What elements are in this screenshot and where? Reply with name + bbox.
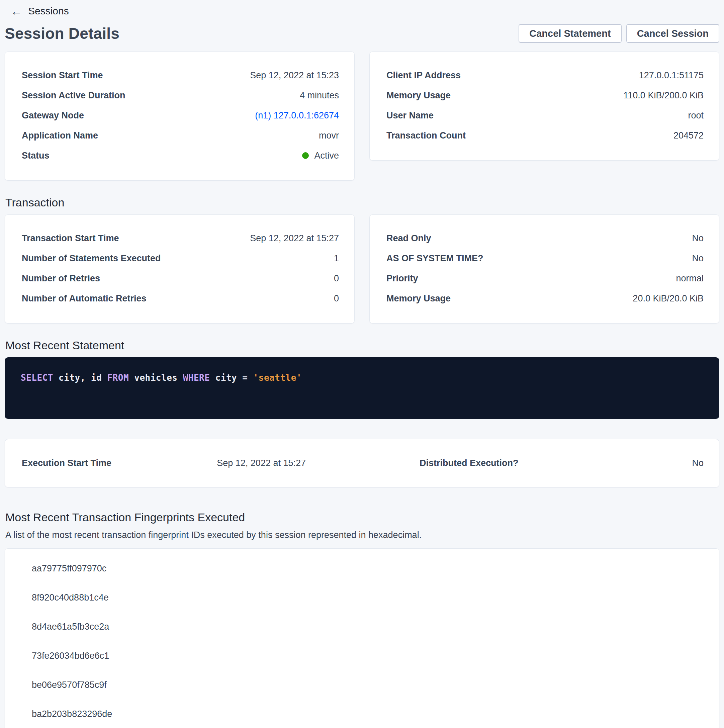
info-label: Session Active Duration [22,90,126,101]
info-row: Number of Statements Executed1 [22,248,339,268]
info-label: AS OF SYSTEM TIME? [386,253,484,264]
info-label: User Name [386,110,433,121]
info-label: Transaction Start Time [22,233,119,243]
info-row: Memory Usage110.0 KiB/200.0 KiB [386,85,704,106]
info-label: Client IP Address [386,70,461,81]
fingerprints-section-heading: Most Recent Transaction Fingerprints Exe… [5,511,719,524]
back-link-sessions[interactable]: Sessions [28,5,69,17]
sql-keyword: FROM [107,373,129,383]
fingerprint-list-item: aa79775ff097970c [5,554,719,583]
info-row: Number of Automatic Retries0 [22,288,339,309]
session-details-page: ← Sessions Session Details Cancel Statem… [0,0,724,728]
distributed-execution-label: Distributed Execution? [419,458,519,468]
execution-start-time-value: Sep 12, 2022 at 15:27 [217,458,306,468]
info-row: AS OF SYSTEM TIME?No [386,248,704,268]
info-row: Session Start TimeSep 12, 2022 at 15:23 [22,65,339,85]
fingerprint-list-item: 73fe26034bd6e6c1 [5,641,719,670]
info-label: Number of Automatic Retries [22,294,147,304]
info-value: No [692,253,704,264]
info-value: 20.0 KiB/20.0 KiB [633,294,704,304]
status-active-dot-icon [302,152,309,159]
info-value: 127.0.0.1:51175 [639,70,704,81]
sql-text: city, id [53,373,107,383]
transaction-section-heading: Transaction [5,196,719,209]
info-value: normal [676,273,704,284]
info-value: Sep 12, 2022 at 15:27 [250,233,339,243]
fingerprints-section-subtitle: A list of the most recent transaction fi… [5,530,719,540]
info-row: Transaction Count204572 [386,125,704,145]
fingerprint-list-item: be06e9570f785c9f [5,670,719,700]
info-row: StatusActive [22,145,339,165]
fingerprint-list-item: 8f920c40d88b1c4e [5,583,719,612]
session-summary-card-right: Client IP Address127.0.0.1:51175Memory U… [369,52,719,161]
info-label: Gateway Node [22,110,84,121]
fingerprint-list-item: ba2b203b823296de [5,700,719,728]
cancel-session-button[interactable]: Cancel Session [626,24,719,43]
info-row: Number of Retries0 [22,268,339,288]
info-row: Session Active Duration4 minutes [22,85,339,106]
distributed-execution-row: Distributed Execution? No [363,458,704,468]
info-label: Status [22,151,49,161]
statement-section-heading: Most Recent Statement [5,339,719,352]
info-row: Client IP Address127.0.0.1:51175 [386,65,704,85]
sql-keyword: WHERE [183,373,210,383]
fingerprint-list-item: 8d4ae61a5fb3ce2a [5,612,719,641]
info-label: Transaction Count [386,130,466,141]
sql-text: vehicles [129,373,183,383]
page-header: Session Details Cancel Statement Cancel … [5,24,719,43]
info-label: Session Start Time [22,70,103,81]
header-actions: Cancel Statement Cancel Session [519,24,719,43]
info-row: Application Namemovr [22,125,339,145]
back-arrow-icon[interactable]: ← [11,5,22,17]
transaction-cards: Transaction Start TimeSep 12, 2022 at 15… [5,214,719,324]
info-value: 1 [334,253,339,264]
info-label: Application Name [22,130,98,141]
info-value: (n1) 127.0.0.1:62674 [255,110,339,121]
info-row: User Nameroot [386,106,704,125]
breadcrumb: ← Sessions [5,0,719,17]
info-label: Memory Usage [386,294,451,304]
info-label: Memory Usage [386,90,451,101]
transaction-card-right: Read OnlyNoAS OF SYSTEM TIME?NoPriorityn… [369,214,719,324]
info-label: Priority [386,273,418,284]
execution-start-time-row: Execution Start Time Sep 12, 2022 at 15:… [22,458,363,468]
info-value: 0 [334,294,339,304]
execution-card: Execution Start Time Sep 12, 2022 at 15:… [5,439,719,488]
sql-text: city = [210,373,253,383]
transaction-card-left: Transaction Start TimeSep 12, 2022 at 15… [5,214,355,324]
session-summary-card-left: Session Start TimeSep 12, 2022 at 15:23S… [5,52,355,180]
sql-keyword: SELECT [21,373,53,383]
page-title: Session Details [5,24,119,43]
info-value: 204572 [673,130,704,141]
info-value: 0 [334,273,339,284]
gateway-node-link[interactable]: (n1) 127.0.0.1:62674 [255,110,339,121]
distributed-execution-value: No [692,458,704,468]
info-row: Memory Usage20.0 KiB/20.0 KiB [386,288,704,309]
fingerprints-card: aa79775ff097970c8f920c40d88b1c4e8d4ae61a… [5,548,719,728]
info-value: 110.0 KiB/200.0 KiB [623,90,704,101]
info-row: Read OnlyNo [386,228,704,248]
info-label: Number of Retries [22,273,100,284]
info-label: Read Only [386,233,431,243]
cancel-statement-button[interactable]: Cancel Statement [519,24,621,43]
status-text: Active [314,151,339,161]
info-value: No [692,233,704,243]
session-summary-cards: Session Start TimeSep 12, 2022 at 15:23S… [5,52,719,180]
info-row: Transaction Start TimeSep 12, 2022 at 15… [22,228,339,248]
info-value: Active [302,151,339,161]
info-label: Number of Statements Executed [22,253,161,264]
info-value: movr [319,130,339,141]
sql-string-literal: 'seattle' [253,373,302,383]
info-row: Gateway Node(n1) 127.0.0.1:62674 [22,106,339,125]
info-value: Sep 12, 2022 at 15:23 [250,70,339,81]
execution-start-time-label: Execution Start Time [22,458,112,468]
info-value: root [688,110,704,121]
sql-statement-box: SELECT city, id FROM vehicles WHERE city… [5,357,719,419]
info-value: 4 minutes [300,90,339,101]
info-row: Prioritynormal [386,268,704,288]
